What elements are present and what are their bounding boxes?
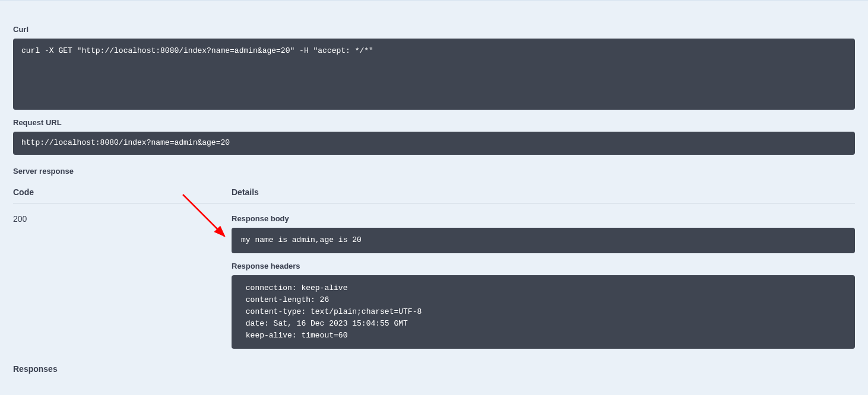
response-headers-block[interactable]: connection: keep-alive content-length: 2…	[232, 275, 855, 349]
response-headers-label: Response headers	[232, 262, 855, 270]
column-header-details: Details	[232, 187, 855, 197]
content-area: Curl curl -X GET "http://localhost:8080/…	[0, 2, 868, 374]
request-url-label: Request URL	[13, 118, 855, 127]
responses-section-label: Responses	[13, 364, 855, 374]
response-code-value: 200	[13, 214, 232, 349]
response-body-block[interactable]: my name is admin,age is 20	[232, 228, 855, 253]
request-url-block[interactable]: http://localhost:8080/index?name=admin&a…	[13, 132, 855, 155]
response-details: Response body my name is admin,age is 20…	[232, 214, 855, 349]
response-body-label: Response body	[232, 214, 855, 223]
response-table-header: Code Details	[13, 181, 855, 203]
column-header-code: Code	[13, 187, 232, 197]
server-response-label: Server response	[13, 167, 855, 176]
curl-command-block[interactable]: curl -X GET "http://localhost:8080/index…	[13, 39, 855, 110]
response-table: Code Details 200 Response body my name i…	[13, 181, 855, 349]
response-row: 200 Response body my name is admin,age i…	[13, 203, 855, 349]
curl-label: Curl	[13, 25, 855, 34]
